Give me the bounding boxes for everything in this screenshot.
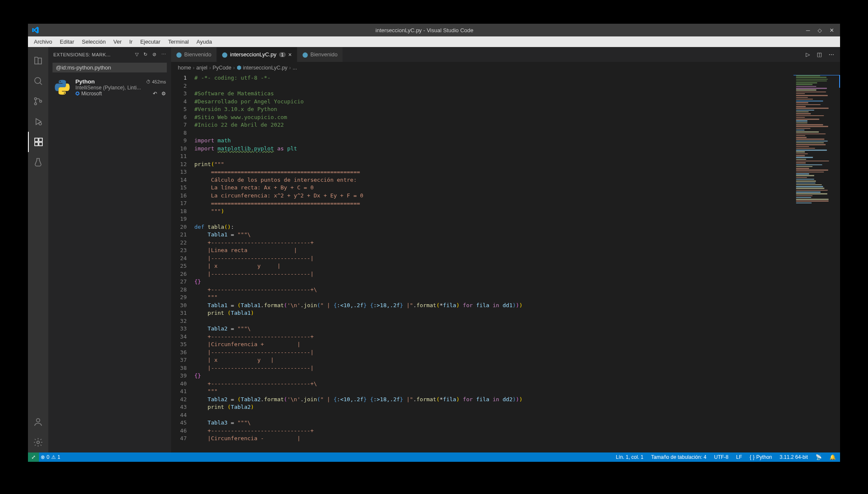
code-line[interactable]: """ (194, 294, 793, 302)
breadcrumb[interactable]: home›anjel›PyCode›⬢ interseccionLyC.py›.… (171, 62, 840, 73)
menu-archivo[interactable]: Archivo (30, 38, 55, 46)
code-line[interactable] (194, 82, 793, 90)
breadcrumb-segment[interactable]: home (178, 65, 191, 71)
cursor-position[interactable]: Lín. 1, col. 1 (616, 454, 643, 460)
code-line[interactable]: #Sitio Web www.yocupicio.com (194, 114, 793, 122)
code-line[interactable] (194, 129, 793, 137)
menu-editar[interactable]: Editar (56, 38, 77, 46)
code-line[interactable]: import math (194, 137, 793, 145)
filter-icon[interactable]: ▽ (135, 52, 138, 57)
search-icon[interactable] (28, 71, 48, 91)
breadcrumb-segment[interactable]: anjel (196, 65, 207, 71)
code-line[interactable]: +------------------------------+\ (194, 380, 793, 388)
python-interpreter[interactable]: 3.11.2 64-bit (780, 454, 808, 460)
code-line[interactable]: | x y | (194, 356, 793, 364)
code-content[interactable]: # -*- coding: utf-8 -*- #Software de Mat… (194, 73, 793, 452)
code-line[interactable]: +------------------------------+ (194, 427, 793, 435)
feedback-icon[interactable]: 📡 (815, 454, 822, 460)
minimap[interactable] (793, 73, 840, 452)
code-line[interactable]: Tabla3 = """\ (194, 419, 793, 427)
code-line[interactable]: |------------------------------| (194, 349, 793, 357)
extension-item[interactable]: Python ⏱ 452ms IntelliSense (Pylance), L… (48, 75, 171, 100)
editor-more-icon[interactable]: ⋯ (829, 51, 834, 58)
remote-indicator[interactable]: ⤢ (28, 452, 39, 462)
code-line[interactable]: ========================================… (194, 200, 793, 208)
tab-close-icon[interactable]: × (288, 51, 292, 58)
code-line[interactable]: """ (194, 388, 793, 396)
code-line[interactable]: |Linea recta | (194, 247, 793, 255)
refresh-icon[interactable]: ↻ (144, 52, 147, 57)
code-line[interactable]: +------------------------------+ (194, 333, 793, 341)
clear-icon[interactable]: ⊘ (152, 52, 156, 57)
close-icon[interactable]: ✕ (829, 27, 834, 33)
breadcrumb-segment[interactable]: PyCode (213, 65, 231, 71)
code-line[interactable]: Tabla1 = """\ (194, 231, 793, 239)
code-line[interactable]: """) (194, 208, 793, 216)
code-line[interactable]: |Circunferencia + | (194, 341, 793, 349)
code-line[interactable]: def tabla(): (194, 223, 793, 231)
menu-ir[interactable]: Ir (126, 38, 136, 46)
code-line[interactable]: +------------------------------+ (194, 239, 793, 247)
code-line[interactable]: |------------------------------| (194, 255, 793, 263)
code-line[interactable]: |------------------------------| (194, 364, 793, 372)
notifications-bell-icon[interactable]: 🔔 (829, 454, 836, 460)
breadcrumb-segment[interactable]: ... (293, 65, 297, 71)
menu-ayuda[interactable]: Ayuda (193, 38, 216, 46)
breadcrumb-segment[interactable]: interseccionLyC.py (243, 65, 287, 71)
code-line[interactable] (194, 411, 793, 419)
code-line[interactable]: {} (194, 372, 793, 380)
code-line[interactable]: La circunferencia: x^2 + y^2 + Dx + Ey +… (194, 192, 793, 200)
code-line[interactable]: |Circunferencia - | (194, 435, 793, 443)
minimize-icon[interactable]: ─ (806, 27, 810, 33)
code-line[interactable]: La línea recta: Ax + By + C = 0 (194, 184, 793, 192)
extensions-search-input[interactable] (53, 63, 167, 72)
testing-icon[interactable] (28, 152, 48, 172)
code-line[interactable]: Tabla2 = (Tabla2.format('\n'.join(" | {:… (194, 396, 793, 404)
code-line[interactable] (194, 317, 793, 325)
code-line[interactable]: import matplotlib.pyplot as plt (194, 145, 793, 153)
extensions-icon[interactable] (28, 132, 48, 152)
ext-revert-icon[interactable]: ↶ (153, 91, 157, 97)
problems-indicator[interactable]: ⊗0 ⚠1 (41, 454, 60, 460)
code-line[interactable]: print (Tabla1) (194, 309, 793, 317)
tab-bienvenido[interactable]: ⬤Bienvenido (297, 47, 343, 62)
code-line[interactable]: #Desarrollado por Angel Yocupicio (194, 98, 793, 106)
encoding[interactable]: UTF-8 (714, 454, 729, 460)
run-debug-icon[interactable] (28, 111, 48, 132)
menu-ver[interactable]: Ver (110, 38, 125, 46)
code-line[interactable]: print (Tabla2) (194, 403, 793, 411)
split-editor-icon[interactable]: ◫ (817, 51, 822, 58)
titlebar[interactable]: interseccionLyC.py - Visual Studio Code … (28, 24, 840, 36)
ext-settings-icon[interactable]: ⚙ (161, 91, 166, 97)
indentation[interactable]: Tamaño de tabulación: 4 (651, 454, 707, 460)
eol[interactable]: LF (736, 454, 742, 460)
code-line[interactable]: #Versión 3.10.x de Python (194, 105, 793, 114)
source-control-icon[interactable] (28, 91, 48, 111)
code-line[interactable]: Tabla1 = (Tabla1.format('\n'.join(" | {:… (194, 302, 793, 310)
code-line[interactable]: Cálculo de los puntos de intersección en… (194, 176, 793, 184)
explorer-icon[interactable] (28, 50, 48, 71)
code-line[interactable]: # -*- coding: utf-8 -*- (194, 74, 793, 82)
code-line[interactable] (194, 215, 793, 223)
code-line[interactable]: ========================================… (194, 168, 793, 176)
run-file-icon[interactable]: ▷ (806, 51, 810, 58)
language-mode[interactable]: { } Python (750, 454, 772, 460)
code-line[interactable]: |------------------------------| (194, 270, 793, 278)
code-line[interactable]: {} (194, 278, 793, 286)
accounts-icon[interactable] (28, 412, 48, 432)
code-line[interactable] (194, 153, 793, 161)
more-icon[interactable]: ⋯ (161, 52, 166, 57)
code-line[interactable]: #Inicio 22 de Abril de 2022 (194, 121, 793, 129)
menu-ejecutar[interactable]: Ejecutar (137, 38, 164, 46)
code-line[interactable]: +------------------------------+\ (194, 286, 793, 294)
code-line[interactable]: #Software de Matemáticas (194, 90, 793, 98)
menu-selección[interactable]: Selección (78, 38, 109, 46)
settings-gear-icon[interactable] (28, 432, 48, 452)
code-line[interactable]: Tabla2 = """\ (194, 325, 793, 333)
menu-terminal[interactable]: Terminal (165, 38, 192, 46)
maximize-icon[interactable]: ◇ (818, 27, 822, 33)
tab-interseccionlyc-py[interactable]: ⬤interseccionLyC.py1× (217, 47, 297, 62)
tab-bienvenido[interactable]: ⬤Bienvenido (171, 47, 217, 62)
code-line[interactable]: | x y | (194, 262, 793, 270)
code-line[interactable]: print(""" (194, 161, 793, 169)
